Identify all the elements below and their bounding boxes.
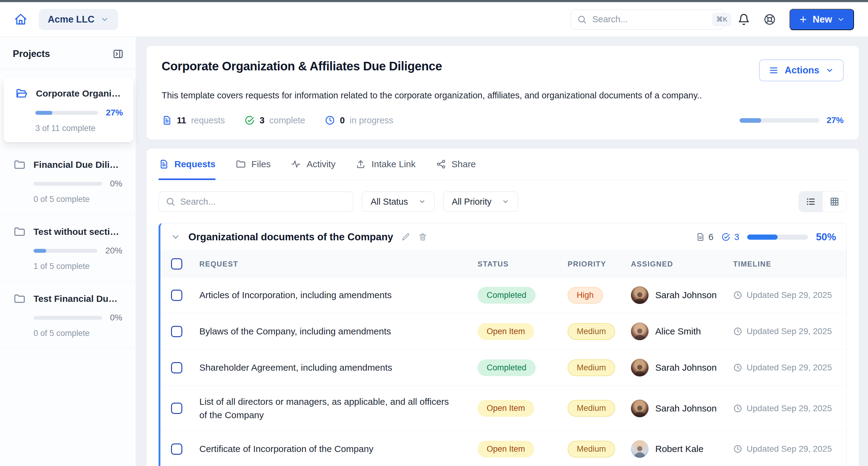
- requests-card: Requests Files Activity: [146, 149, 859, 466]
- timeline-cell: Updated Sep 29, 2025: [733, 290, 846, 300]
- project-name: Corporate Organizatio...: [36, 88, 123, 99]
- actions-button[interactable]: Actions: [759, 59, 844, 81]
- company-switcher[interactable]: Acme LLC: [39, 9, 118, 30]
- avatar: [631, 400, 649, 417]
- select-all-checkbox[interactable]: [171, 258, 182, 269]
- section-request-count-value: 6: [709, 232, 714, 242]
- clock-icon: [733, 363, 742, 372]
- table-row[interactable]: Certificate of Incorporation of the Comp…: [160, 431, 846, 466]
- timeline-text: Updated Sep 29, 2025: [747, 444, 832, 454]
- column-header-priority: PRIORITY: [568, 260, 631, 268]
- collapse-section-chevron-icon[interactable]: [171, 232, 181, 242]
- avatar: [631, 359, 649, 376]
- grid-view-button[interactable]: [823, 192, 846, 212]
- table-row[interactable]: Shareholder Agreement, including amendme…: [160, 350, 846, 386]
- stat-requests: 11 requests: [162, 115, 225, 125]
- request-title: Bylaws of the Company, including amendme…: [199, 325, 477, 338]
- tab-activity[interactable]: Activity: [291, 159, 335, 180]
- timeline-text: Updated Sep 29, 2025: [747, 290, 832, 300]
- project-progress-percent: 20%: [105, 246, 122, 256]
- row-checkbox[interactable]: [171, 403, 182, 414]
- sidebar-item-test-without-sections[interactable]: Test without sections 20% 1 of 5 complet…: [0, 215, 136, 282]
- row-checkbox[interactable]: [171, 290, 182, 301]
- row-checkbox[interactable]: [171, 362, 182, 373]
- priority-badge: Medium: [568, 323, 615, 340]
- request-title: Articles of Incorporation, including ame…: [199, 288, 477, 302]
- global-search-input[interactable]: [592, 14, 707, 24]
- tab-label: Intake Link: [371, 159, 415, 169]
- project-progress-bar: [33, 249, 97, 253]
- tab-files[interactable]: Files: [236, 159, 271, 180]
- edit-section-icon[interactable]: [401, 232, 410, 241]
- clock-icon: [733, 327, 742, 336]
- request-section: Organizational documents of the Company …: [159, 223, 847, 466]
- projects-sidebar: Projects Corporate Organizatio... 27% 3 …: [0, 37, 136, 466]
- tab-requests[interactable]: Requests: [159, 159, 215, 180]
- status-filter-value: All Status: [371, 197, 408, 207]
- delete-section-icon[interactable]: [418, 232, 427, 241]
- new-button-label: New: [813, 14, 832, 25]
- timeline-cell: Updated Sep 29, 2025: [733, 326, 846, 336]
- clock-icon: [325, 115, 335, 125]
- filter-bar: All Status All Priority: [159, 191, 847, 212]
- stat-value: 3: [259, 115, 265, 125]
- home-icon[interactable]: [14, 13, 27, 26]
- project-progress-percent: 0%: [110, 179, 122, 188]
- activity-icon: [291, 159, 301, 169]
- app-header: Acme LLC ⌘K New: [0, 2, 868, 37]
- search-icon: [165, 197, 175, 206]
- priority-filter-dropdown[interactable]: All Priority: [443, 192, 518, 212]
- actions-button-label: Actions: [785, 65, 819, 76]
- project-progress-summary: 0 of 5 complete: [33, 329, 122, 338]
- project-progress-summary: 0 of 5 complete: [33, 195, 122, 204]
- project-progress: 27%: [740, 115, 844, 125]
- avatar: [631, 286, 649, 304]
- sidebar-item-test-financial-due-diligence[interactable]: Test Financial Due Dil... 0% 0 of 5 comp…: [0, 282, 136, 349]
- table-row[interactable]: Articles of Incorporation, including ame…: [160, 277, 846, 313]
- tab-intake-link[interactable]: Intake Link: [355, 159, 415, 180]
- project-progress-percent: 27%: [827, 115, 844, 125]
- stat-value: 0: [340, 115, 345, 125]
- list-view-button[interactable]: [799, 192, 823, 212]
- sidebar-title: Projects: [13, 49, 50, 59]
- tab-label: Requests: [175, 159, 215, 169]
- help-lifebuoy-icon[interactable]: [763, 13, 776, 26]
- project-progress-percent: 27%: [106, 108, 123, 118]
- sidebar-item-financial-due-diligence[interactable]: Financial Due Diligence 0% 0 of 5 comple…: [0, 148, 136, 215]
- priority-filter-value: All Priority: [452, 197, 492, 207]
- column-header-assigned: ASSIGNED: [631, 260, 733, 268]
- timeline-text: Updated Sep 29, 2025: [747, 404, 832, 413]
- section-progress-bar: [747, 235, 808, 240]
- folder-icon: [13, 293, 26, 305]
- section-complete-count: 3: [721, 232, 739, 242]
- section-request-count: 6: [696, 232, 714, 242]
- project-name: Financial Due Diligence: [33, 159, 122, 170]
- status-filter-dropdown[interactable]: All Status: [362, 192, 435, 212]
- assignee-name: Sarah Johnson: [655, 290, 717, 300]
- row-checkbox[interactable]: [171, 326, 182, 337]
- collapse-sidebar-icon[interactable]: [113, 49, 124, 59]
- requests-search-input[interactable]: [180, 197, 346, 207]
- clock-icon: [733, 404, 742, 413]
- column-header-status: STATUS: [477, 260, 568, 268]
- sidebar-item-corporate-organization[interactable]: Corporate Organizatio... 27% 3 of 11 com…: [4, 77, 133, 142]
- column-header-request: REQUEST: [199, 260, 477, 268]
- row-checkbox[interactable]: [171, 443, 182, 455]
- global-search[interactable]: ⌘K: [571, 9, 724, 30]
- table-row[interactable]: Bylaws of the Company, including amendme…: [160, 313, 846, 350]
- clock-icon: [733, 444, 742, 454]
- plus-icon: [799, 15, 808, 24]
- tab-share[interactable]: Share: [436, 159, 476, 180]
- requests-search[interactable]: [159, 192, 353, 212]
- assignee-name: Alice Smith: [655, 326, 701, 337]
- folder-icon: [13, 226, 26, 238]
- stat-value: 11: [177, 115, 186, 125]
- priority-badge: Medium: [568, 400, 615, 417]
- project-progress-bar: [33, 182, 102, 186]
- project-progress-bar: [740, 118, 819, 123]
- notifications-bell-icon[interactable]: [738, 13, 750, 26]
- chevron-down-icon: [837, 16, 845, 24]
- assignee-name: Sarah Johnson: [655, 362, 717, 373]
- new-button[interactable]: New: [789, 9, 854, 30]
- table-row[interactable]: List of all directors or managers, as ap…: [160, 386, 846, 431]
